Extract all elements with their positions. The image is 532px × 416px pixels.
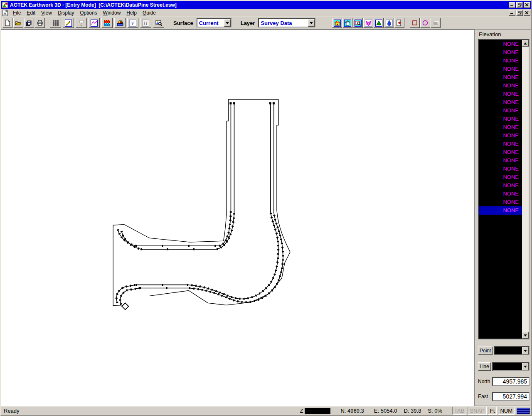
surface-value: Current bbox=[197, 20, 224, 26]
haul-button[interactable]: H bbox=[140, 18, 151, 28]
elevation-item[interactable]: NONE bbox=[479, 57, 529, 65]
elevation-item[interactable]: NONE bbox=[479, 90, 529, 98]
elevation-scrollbar[interactable] bbox=[522, 40, 529, 339]
elevation-item[interactable]: NONE bbox=[479, 181, 529, 190]
surface-combo-arrow[interactable] bbox=[224, 19, 231, 27]
cone-view-button[interactable] bbox=[374, 18, 384, 28]
profile-view-button[interactable] bbox=[89, 18, 100, 28]
line-chart-icon bbox=[91, 20, 98, 27]
properties-button[interactable] bbox=[431, 18, 441, 28]
elevation-item[interactable]: NONE bbox=[479, 106, 529, 115]
site-drawing bbox=[1, 30, 474, 406]
elevation-item[interactable]: NONE bbox=[479, 156, 529, 165]
tab-toggle[interactable]: TAB bbox=[452, 407, 466, 415]
elevation-item[interactable]: NONE bbox=[479, 198, 529, 206]
point-entry-button[interactable] bbox=[76, 18, 87, 28]
menu-help[interactable]: Help bbox=[123, 9, 140, 17]
document-icon bbox=[2, 10, 8, 16]
road-edge-lines bbox=[116, 103, 283, 305]
menu-guide[interactable]: Guide bbox=[140, 9, 159, 17]
next-page-button[interactable] bbox=[394, 18, 404, 28]
zoom-home-button[interactable] bbox=[332, 18, 342, 28]
new-file-icon bbox=[4, 20, 11, 26]
point-button[interactable]: Point bbox=[478, 347, 493, 355]
restore-button[interactable] bbox=[516, 2, 523, 8]
new-file-button[interactable] bbox=[2, 18, 12, 28]
pan-button[interactable] bbox=[342, 18, 352, 28]
edit-mode-button[interactable] bbox=[63, 18, 74, 28]
save-button[interactable] bbox=[24, 18, 34, 28]
line-combo-arrow[interactable] bbox=[522, 363, 529, 370]
volume-button[interactable]: V bbox=[127, 18, 138, 28]
child-close-button[interactable] bbox=[524, 10, 530, 16]
app-icon bbox=[2, 2, 8, 8]
east-field[interactable]: 5027.994 bbox=[492, 392, 530, 401]
elevation-item[interactable]: NONE bbox=[479, 190, 529, 198]
menu-edit[interactable]: Edit bbox=[24, 9, 38, 17]
menu-display[interactable]: Display bbox=[55, 9, 77, 17]
elevation-label: Elevation bbox=[479, 31, 530, 37]
print-button[interactable] bbox=[35, 18, 45, 28]
rect-select-button[interactable] bbox=[410, 18, 420, 28]
elevation-listbox[interactable]: NONENONENONENONENONENONENONENONENONENONE… bbox=[478, 39, 530, 339]
north-coordinate: N: 4969.3 bbox=[340, 408, 364, 414]
menu-window[interactable]: Window bbox=[100, 9, 124, 17]
contours-button[interactable] bbox=[363, 18, 373, 28]
snap-toggle[interactable]: SNAP bbox=[468, 407, 486, 415]
drawing-canvas[interactable] bbox=[1, 30, 474, 406]
surface-combo[interactable]: Current bbox=[197, 18, 232, 27]
elevation-item[interactable]: NONE bbox=[479, 73, 529, 82]
active-point-diamond[interactable] bbox=[122, 303, 128, 310]
hand-icon bbox=[344, 20, 351, 27]
window-title: AGTEK Earthwork 3D - [Entry Mode] [C:\AG… bbox=[10, 2, 508, 8]
close-button[interactable] bbox=[524, 2, 530, 8]
elevation-item[interactable]: NONE bbox=[479, 123, 529, 131]
point-combo[interactable] bbox=[494, 346, 530, 355]
child-minimize-button[interactable] bbox=[509, 10, 515, 16]
elevation-item[interactable]: NONE bbox=[479, 98, 529, 106]
east-coordinate: E: 5054.0 bbox=[374, 408, 397, 414]
menu-view[interactable]: View bbox=[38, 9, 55, 17]
layer-value: Survey Data bbox=[259, 20, 308, 26]
page-arrow-icon bbox=[396, 20, 403, 26]
elevation-item[interactable]: NONE bbox=[479, 173, 529, 181]
layer-combo-arrow[interactable] bbox=[308, 19, 315, 27]
elevation-item[interactable]: NONE bbox=[479, 65, 529, 73]
plot-point-icon bbox=[78, 20, 85, 26]
elevation-item[interactable]: NONE bbox=[479, 140, 529, 148]
line-combo[interactable] bbox=[492, 362, 530, 371]
view-data-button[interactable] bbox=[153, 18, 164, 28]
elevation-item[interactable]: NONE bbox=[479, 165, 529, 173]
chevrons-icon bbox=[365, 20, 372, 27]
menu-options[interactable]: Options bbox=[77, 9, 100, 17]
elevation-item[interactable]: NONE bbox=[479, 115, 529, 123]
scroll-down-button[interactable] bbox=[522, 332, 529, 339]
grid-mode-button[interactable] bbox=[50, 18, 61, 28]
elevation-item[interactable]: NONE bbox=[479, 40, 529, 48]
elevation-item[interactable]: NONE bbox=[479, 82, 529, 90]
app-window: AGTEK Earthwork 3D - [Entry Mode] [C:\AG… bbox=[0, 0, 532, 416]
elevation-item[interactable]: NONE bbox=[479, 48, 529, 57]
surface-3d-button[interactable] bbox=[114, 18, 126, 28]
menu-file[interactable]: File bbox=[10, 9, 24, 17]
water-flow-button[interactable] bbox=[384, 18, 394, 28]
elevation-item[interactable]: NONE bbox=[479, 131, 529, 140]
layer-combo[interactable]: Survey Data bbox=[258, 18, 315, 27]
child-restore-button[interactable] bbox=[516, 10, 523, 16]
title-bar: AGTEK Earthwork 3D - [Entry Mode] [C:\AG… bbox=[1, 1, 531, 9]
units-indicator[interactable]: Ft bbox=[488, 407, 497, 415]
elevation-item[interactable]: NONE bbox=[479, 206, 529, 215]
zoom-window-button[interactable] bbox=[353, 18, 363, 28]
circle-select-button[interactable] bbox=[420, 18, 430, 28]
north-field[interactable]: 4957.985 bbox=[492, 377, 530, 386]
minimize-button[interactable] bbox=[509, 2, 515, 8]
numlock-indicator[interactable]: NUM bbox=[498, 407, 515, 415]
elevation-item[interactable]: NONE bbox=[479, 148, 529, 156]
hatch-map-icon bbox=[104, 20, 111, 26]
resize-grip[interactable] bbox=[517, 408, 530, 414]
scroll-up-button[interactable] bbox=[522, 40, 529, 47]
open-file-button[interactable] bbox=[13, 18, 23, 28]
point-combo-arrow[interactable] bbox=[522, 347, 529, 354]
cut-fill-map-button[interactable] bbox=[101, 18, 113, 28]
line-button[interactable]: Line bbox=[478, 362, 491, 371]
